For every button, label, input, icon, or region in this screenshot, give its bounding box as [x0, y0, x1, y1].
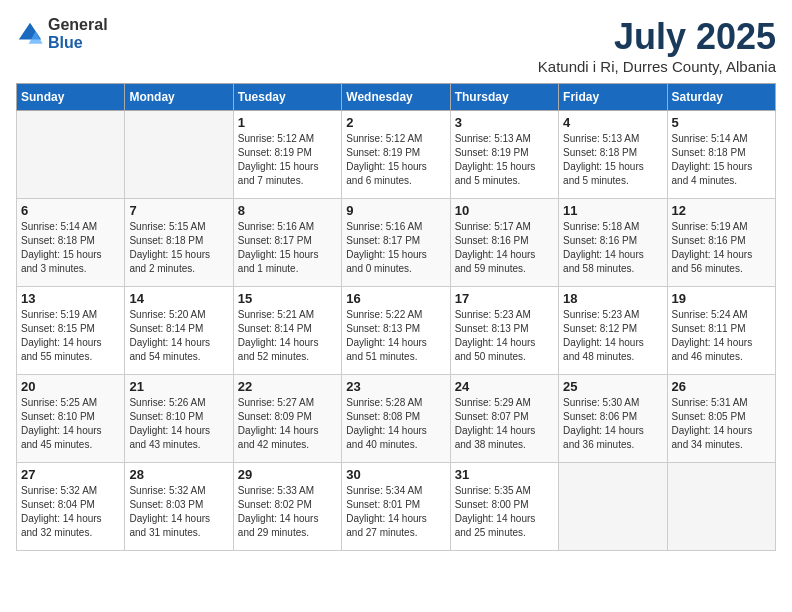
- weekday-header-row: SundayMondayTuesdayWednesdayThursdayFrid…: [17, 84, 776, 111]
- day-info: Sunrise: 5:13 AMSunset: 8:19 PMDaylight:…: [455, 132, 554, 188]
- day-number: 13: [21, 291, 120, 306]
- calendar-cell: [559, 463, 667, 551]
- calendar-cell: 11Sunrise: 5:18 AMSunset: 8:16 PMDayligh…: [559, 199, 667, 287]
- calendar-cell: 20Sunrise: 5:25 AMSunset: 8:10 PMDayligh…: [17, 375, 125, 463]
- day-number: 22: [238, 379, 337, 394]
- calendar-cell: 15Sunrise: 5:21 AMSunset: 8:14 PMDayligh…: [233, 287, 341, 375]
- day-number: 19: [672, 291, 771, 306]
- week-row-2: 6Sunrise: 5:14 AMSunset: 8:18 PMDaylight…: [17, 199, 776, 287]
- day-number: 12: [672, 203, 771, 218]
- day-number: 4: [563, 115, 662, 130]
- day-number: 10: [455, 203, 554, 218]
- day-info: Sunrise: 5:14 AMSunset: 8:18 PMDaylight:…: [672, 132, 771, 188]
- day-info: Sunrise: 5:12 AMSunset: 8:19 PMDaylight:…: [238, 132, 337, 188]
- day-number: 31: [455, 467, 554, 482]
- day-info: Sunrise: 5:13 AMSunset: 8:18 PMDaylight:…: [563, 132, 662, 188]
- calendar-cell: [125, 111, 233, 199]
- day-number: 9: [346, 203, 445, 218]
- day-number: 17: [455, 291, 554, 306]
- day-info: Sunrise: 5:21 AMSunset: 8:14 PMDaylight:…: [238, 308, 337, 364]
- day-info: Sunrise: 5:32 AMSunset: 8:04 PMDaylight:…: [21, 484, 120, 540]
- calendar-cell: 14Sunrise: 5:20 AMSunset: 8:14 PMDayligh…: [125, 287, 233, 375]
- day-info: Sunrise: 5:19 AMSunset: 8:16 PMDaylight:…: [672, 220, 771, 276]
- calendar-cell: 13Sunrise: 5:19 AMSunset: 8:15 PMDayligh…: [17, 287, 125, 375]
- day-info: Sunrise: 5:24 AMSunset: 8:11 PMDaylight:…: [672, 308, 771, 364]
- calendar-cell: 28Sunrise: 5:32 AMSunset: 8:03 PMDayligh…: [125, 463, 233, 551]
- day-number: 3: [455, 115, 554, 130]
- calendar-cell: 5Sunrise: 5:14 AMSunset: 8:18 PMDaylight…: [667, 111, 775, 199]
- calendar-cell: 25Sunrise: 5:30 AMSunset: 8:06 PMDayligh…: [559, 375, 667, 463]
- day-number: 6: [21, 203, 120, 218]
- day-number: 11: [563, 203, 662, 218]
- day-number: 2: [346, 115, 445, 130]
- calendar-cell: 8Sunrise: 5:16 AMSunset: 8:17 PMDaylight…: [233, 199, 341, 287]
- weekday-header-monday: Monday: [125, 84, 233, 111]
- day-info: Sunrise: 5:23 AMSunset: 8:13 PMDaylight:…: [455, 308, 554, 364]
- day-info: Sunrise: 5:34 AMSunset: 8:01 PMDaylight:…: [346, 484, 445, 540]
- day-number: 28: [129, 467, 228, 482]
- day-info: Sunrise: 5:25 AMSunset: 8:10 PMDaylight:…: [21, 396, 120, 452]
- week-row-4: 20Sunrise: 5:25 AMSunset: 8:10 PMDayligh…: [17, 375, 776, 463]
- calendar-cell: 6Sunrise: 5:14 AMSunset: 8:18 PMDaylight…: [17, 199, 125, 287]
- calendar-cell: 22Sunrise: 5:27 AMSunset: 8:09 PMDayligh…: [233, 375, 341, 463]
- day-info: Sunrise: 5:16 AMSunset: 8:17 PMDaylight:…: [238, 220, 337, 276]
- day-info: Sunrise: 5:17 AMSunset: 8:16 PMDaylight:…: [455, 220, 554, 276]
- week-row-5: 27Sunrise: 5:32 AMSunset: 8:04 PMDayligh…: [17, 463, 776, 551]
- calendar-cell: 18Sunrise: 5:23 AMSunset: 8:12 PMDayligh…: [559, 287, 667, 375]
- calendar-cell: [17, 111, 125, 199]
- location-title: Katundi i Ri, Durres County, Albania: [538, 58, 776, 75]
- calendar-cell: 29Sunrise: 5:33 AMSunset: 8:02 PMDayligh…: [233, 463, 341, 551]
- day-info: Sunrise: 5:23 AMSunset: 8:12 PMDaylight:…: [563, 308, 662, 364]
- day-info: Sunrise: 5:32 AMSunset: 8:03 PMDaylight:…: [129, 484, 228, 540]
- day-info: Sunrise: 5:14 AMSunset: 8:18 PMDaylight:…: [21, 220, 120, 276]
- calendar-cell: 2Sunrise: 5:12 AMSunset: 8:19 PMDaylight…: [342, 111, 450, 199]
- day-info: Sunrise: 5:27 AMSunset: 8:09 PMDaylight:…: [238, 396, 337, 452]
- logo-blue: Blue: [48, 34, 83, 51]
- day-info: Sunrise: 5:35 AMSunset: 8:00 PMDaylight:…: [455, 484, 554, 540]
- page-header: General Blue July 2025 Katundi i Ri, Dur…: [16, 16, 776, 75]
- day-number: 7: [129, 203, 228, 218]
- day-number: 27: [21, 467, 120, 482]
- calendar-cell: 31Sunrise: 5:35 AMSunset: 8:00 PMDayligh…: [450, 463, 558, 551]
- day-number: 23: [346, 379, 445, 394]
- day-info: Sunrise: 5:31 AMSunset: 8:05 PMDaylight:…: [672, 396, 771, 452]
- day-info: Sunrise: 5:18 AMSunset: 8:16 PMDaylight:…: [563, 220, 662, 276]
- day-info: Sunrise: 5:26 AMSunset: 8:10 PMDaylight:…: [129, 396, 228, 452]
- day-info: Sunrise: 5:15 AMSunset: 8:18 PMDaylight:…: [129, 220, 228, 276]
- calendar-cell: 1Sunrise: 5:12 AMSunset: 8:19 PMDaylight…: [233, 111, 341, 199]
- day-info: Sunrise: 5:33 AMSunset: 8:02 PMDaylight:…: [238, 484, 337, 540]
- weekday-header-wednesday: Wednesday: [342, 84, 450, 111]
- day-number: 25: [563, 379, 662, 394]
- calendar-cell: 30Sunrise: 5:34 AMSunset: 8:01 PMDayligh…: [342, 463, 450, 551]
- week-row-1: 1Sunrise: 5:12 AMSunset: 8:19 PMDaylight…: [17, 111, 776, 199]
- calendar-cell: 16Sunrise: 5:22 AMSunset: 8:13 PMDayligh…: [342, 287, 450, 375]
- calendar-cell: 26Sunrise: 5:31 AMSunset: 8:05 PMDayligh…: [667, 375, 775, 463]
- week-row-3: 13Sunrise: 5:19 AMSunset: 8:15 PMDayligh…: [17, 287, 776, 375]
- day-info: Sunrise: 5:19 AMSunset: 8:15 PMDaylight:…: [21, 308, 120, 364]
- day-info: Sunrise: 5:12 AMSunset: 8:19 PMDaylight:…: [346, 132, 445, 188]
- calendar-cell: 17Sunrise: 5:23 AMSunset: 8:13 PMDayligh…: [450, 287, 558, 375]
- day-info: Sunrise: 5:28 AMSunset: 8:08 PMDaylight:…: [346, 396, 445, 452]
- day-info: Sunrise: 5:29 AMSunset: 8:07 PMDaylight:…: [455, 396, 554, 452]
- day-number: 5: [672, 115, 771, 130]
- day-number: 24: [455, 379, 554, 394]
- day-number: 18: [563, 291, 662, 306]
- weekday-header-friday: Friday: [559, 84, 667, 111]
- day-info: Sunrise: 5:22 AMSunset: 8:13 PMDaylight:…: [346, 308, 445, 364]
- calendar-cell: 3Sunrise: 5:13 AMSunset: 8:19 PMDaylight…: [450, 111, 558, 199]
- calendar-cell: 9Sunrise: 5:16 AMSunset: 8:17 PMDaylight…: [342, 199, 450, 287]
- day-number: 1: [238, 115, 337, 130]
- month-title: July 2025: [538, 16, 776, 58]
- day-number: 16: [346, 291, 445, 306]
- weekday-header-saturday: Saturday: [667, 84, 775, 111]
- calendar-cell: 21Sunrise: 5:26 AMSunset: 8:10 PMDayligh…: [125, 375, 233, 463]
- day-number: 20: [21, 379, 120, 394]
- day-number: 8: [238, 203, 337, 218]
- day-number: 26: [672, 379, 771, 394]
- day-info: Sunrise: 5:20 AMSunset: 8:14 PMDaylight:…: [129, 308, 228, 364]
- calendar-cell: 7Sunrise: 5:15 AMSunset: 8:18 PMDaylight…: [125, 199, 233, 287]
- day-number: 29: [238, 467, 337, 482]
- weekday-header-tuesday: Tuesday: [233, 84, 341, 111]
- logo-general: General: [48, 16, 108, 33]
- logo-icon: [16, 20, 44, 48]
